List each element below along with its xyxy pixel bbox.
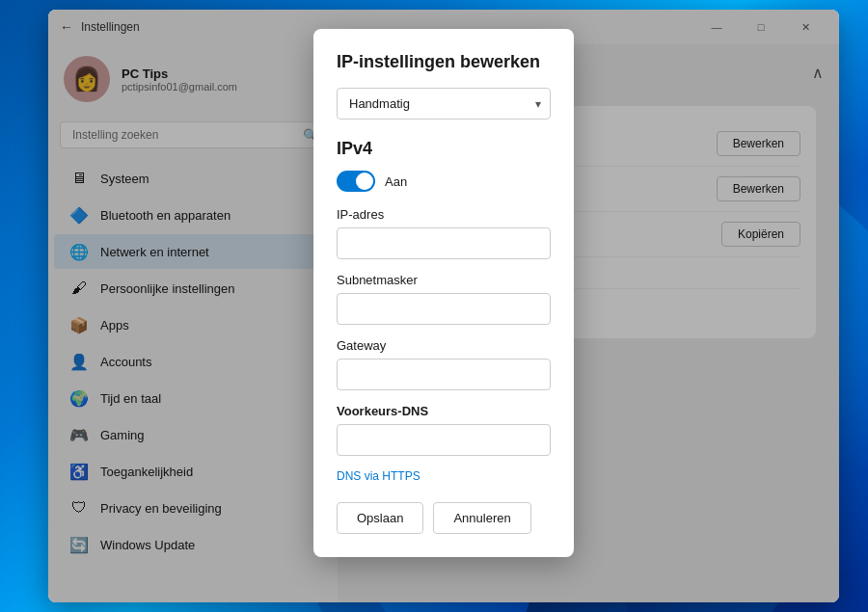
toggle-label: Aan <box>385 174 407 189</box>
subnetmasker-input[interactable] <box>337 293 551 325</box>
gateway-label: Gateway <box>337 338 551 353</box>
ip-adres-label: IP-adres <box>337 207 551 222</box>
ipv4-toggle-row: Aan <box>337 171 551 192</box>
save-button[interactable]: Opslaan <box>337 502 423 534</box>
ip-settings-modal: IP-instellingen bewerken Automatisch (DH… <box>313 29 574 557</box>
settings-window: ← Instellingen — □ ✕ 👩 PC Tips pctipsinf… <box>48 10 839 602</box>
subnetmasker-field-group: Subnetmasker <box>337 273 551 325</box>
gateway-field-group: Gateway <box>337 338 551 390</box>
voorkeurs-dns-label: Voorkeurs-DNS <box>337 404 551 418</box>
gateway-input[interactable] <box>337 359 551 390</box>
subnetmasker-label: Subnetmasker <box>337 273 551 287</box>
modal-overlay: IP-instellingen bewerken Automatisch (DH… <box>48 10 839 602</box>
modal-title: IP-instellingen bewerken <box>337 52 551 72</box>
cancel-button[interactable]: Annuleren <box>433 502 530 534</box>
ipv4-toggle[interactable] <box>337 171 375 192</box>
voorkeurs-dns-field-group: Voorkeurs-DNS <box>337 404 551 456</box>
dns-https-link[interactable]: DNS via HTTPS <box>337 469 551 483</box>
ip-adres-field-group: IP-adres <box>337 207 551 259</box>
voorkeurs-dns-input[interactable] <box>337 424 551 456</box>
modal-footer: Opslaan Annuleren <box>337 502 551 534</box>
ipv4-section-title: IPv4 <box>337 139 551 159</box>
modal-select-wrap: Automatisch (DHCP) Handmatig ▾ <box>337 88 551 120</box>
ip-adres-input[interactable] <box>337 227 551 259</box>
ip-mode-select[interactable]: Automatisch (DHCP) Handmatig <box>337 88 551 120</box>
